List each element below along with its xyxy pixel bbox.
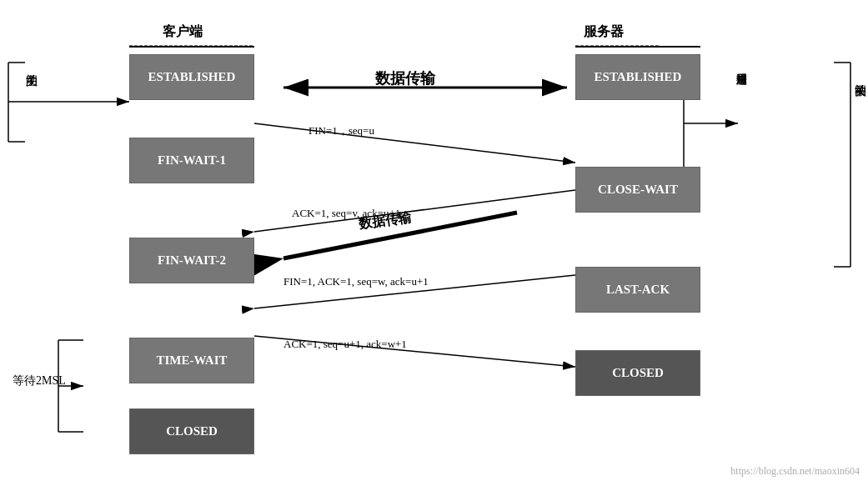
client-established-box: ESTABLISHED xyxy=(129,54,254,100)
wait-2msl-label: 等待2MSL xyxy=(13,373,66,388)
fin2-label: FIN=1, ACK=1, seq=w, ack=u+1 xyxy=(283,275,429,288)
server-label: 服务器 xyxy=(584,23,624,41)
server-established-box: ESTABLISHED xyxy=(575,54,700,100)
client-closed-box: CLOSED xyxy=(129,408,254,454)
watermark: https://blog.csdn.net/maoxin604 xyxy=(730,465,860,478)
data-transfer-label: 数据传输 xyxy=(375,68,435,88)
server-top-border xyxy=(575,46,700,48)
client-fin-wait-2-box: FIN-WAIT-2 xyxy=(129,238,254,283)
client-top-border xyxy=(129,46,254,48)
server-last-ack-box: LAST-ACK xyxy=(575,267,700,313)
client-label: 客户端 xyxy=(163,23,203,41)
fin1-label: FIN=1，seq=u xyxy=(309,123,374,138)
server-closed-box: CLOSED xyxy=(575,350,700,396)
client-time-wait-box: TIME-WAIT xyxy=(129,338,254,383)
client-fin-wait-1-box: FIN-WAIT-1 xyxy=(129,138,254,183)
ack2-label: ACK=1, seq=u+1, ack=w+1 xyxy=(283,338,407,351)
server-close-wait-box: CLOSE-WAIT xyxy=(575,167,700,213)
svg-line-6 xyxy=(254,123,575,163)
